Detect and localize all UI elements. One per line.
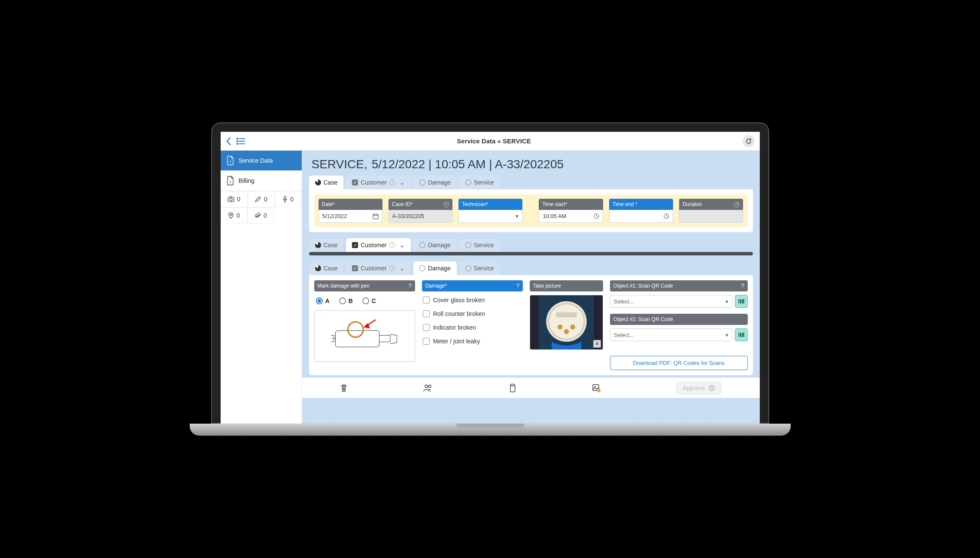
trash-icon: [340, 384, 348, 392]
help-icon[interactable]: ?: [443, 202, 449, 207]
tab-service[interactable]: Service: [459, 238, 500, 252]
share-users-button[interactable]: [423, 384, 433, 392]
help-icon[interactable]: ?: [734, 202, 740, 207]
counter-camera[interactable]: 0: [221, 191, 248, 207]
svg-point-43: [428, 385, 431, 388]
delete-button[interactable]: [340, 384, 348, 392]
help-icon[interactable]: ?: [741, 283, 744, 289]
approve-button[interactable]: Approve: [676, 382, 722, 394]
tabrow-customer: Case ✓Customer?⌄ Damage Service: [302, 238, 760, 252]
svg-rect-44: [510, 386, 515, 392]
counter-pen[interactable]: 0: [248, 191, 275, 207]
check-icon: ✓: [352, 179, 358, 185]
check-roll-counter[interactable]: Roll counter broken: [422, 309, 523, 319]
check-cover-glass[interactable]: Cover glass broken: [422, 295, 523, 305]
counter-clip[interactable]: 0: [247, 207, 274, 224]
chevron-down-icon: ▾: [725, 298, 728, 305]
pie-icon: [315, 242, 321, 248]
time-end-input[interactable]: [609, 210, 673, 223]
qr2-header: Object #2: Scan QR Code: [610, 314, 748, 325]
remove-photo-button[interactable]: ✕: [593, 340, 601, 348]
counter-mic[interactable]: 0: [275, 191, 302, 207]
help-icon[interactable]: ?: [516, 283, 519, 289]
svg-point-9: [230, 198, 232, 201]
document-icon: 1: [227, 176, 234, 185]
tab-damage[interactable]: Damage: [413, 176, 457, 189]
sidebar-counters-row2: 0 0: [221, 207, 275, 224]
svg-rect-12: [373, 214, 378, 219]
case-id-input: A-33/202205: [388, 210, 452, 223]
refresh-button[interactable]: [743, 135, 755, 147]
qr1-scan-button[interactable]: [735, 295, 748, 308]
qr2-scan-button[interactable]: [735, 328, 748, 341]
chevron-down-icon: ▾: [725, 332, 728, 338]
radio-b[interactable]: B: [339, 297, 353, 304]
tab-customer[interactable]: ✓Customer?⌄: [346, 261, 411, 275]
take-picture-header: Take picture: [530, 280, 603, 291]
radio-icon: [419, 265, 425, 271]
svg-point-22: [348, 322, 363, 337]
svg-rect-10: [284, 196, 286, 200]
check-icon: ✓: [352, 242, 358, 248]
chevron-down-icon: ⌄: [400, 242, 405, 249]
pie-icon: [315, 179, 321, 185]
image-alert-button[interactable]: [592, 384, 601, 392]
page-breadcrumb: Service Data « SERVICE: [250, 137, 738, 145]
horizontal-scrollbar[interactable]: [309, 252, 753, 255]
radio-icon: [419, 179, 425, 185]
tab-service[interactable]: Service: [459, 261, 500, 275]
tab-case[interactable]: Case: [309, 261, 344, 275]
download-pdf-button[interactable]: Download PDF: QR Codes for Scans: [610, 356, 748, 370]
sidebar-item-billing[interactable]: 1 Billing: [221, 171, 302, 191]
list-icon[interactable]: [236, 137, 246, 145]
qr2-select[interactable]: Select...▾: [610, 328, 732, 341]
check-meter-leaky[interactable]: Meter / joint leaky: [422, 336, 523, 346]
back-icon[interactable]: [226, 137, 232, 146]
tab-damage[interactable]: Damage: [413, 261, 457, 275]
svg-rect-18: [335, 331, 379, 347]
camera-icon: [228, 196, 234, 202]
time-start-input[interactable]: 10:05 AM: [539, 210, 603, 223]
help-icon[interactable]: ?: [409, 283, 412, 289]
svg-point-47: [597, 389, 601, 392]
tab-case[interactable]: Case: [309, 238, 344, 252]
copy-button[interactable]: [508, 384, 516, 392]
svg-text:1: 1: [229, 180, 231, 184]
tab-case[interactable]: Case: [309, 176, 344, 189]
paperclip-icon: [255, 212, 261, 219]
check-circle-icon: [708, 385, 715, 391]
radio-icon: [419, 242, 425, 248]
calendar-icon: [373, 213, 379, 219]
image-alert-icon: [592, 384, 601, 392]
users-icon: [423, 384, 433, 392]
radio-a[interactable]: A: [316, 297, 330, 304]
tab-service[interactable]: Service: [459, 176, 500, 189]
pie-icon: [315, 265, 321, 271]
radio-c[interactable]: C: [362, 297, 376, 304]
sidebar-item-service-data[interactable]: 4 Service Data: [221, 151, 302, 171]
tab-customer[interactable]: ✓Customer?⌄: [346, 238, 411, 252]
counter-pin[interactable]: 0: [221, 207, 248, 224]
damage-panel: Mark damage with pen? A B C: [309, 275, 753, 375]
svg-point-42: [425, 385, 428, 388]
tab-damage[interactable]: Damage: [413, 238, 457, 252]
tabrow-case: Case ✓Customer?⌄ Damage Service: [302, 176, 760, 189]
document-icon: 4: [227, 156, 234, 165]
qr1-header: Object #1: Scan QR Code?: [610, 280, 748, 291]
chevron-down-icon: ⌄: [400, 179, 405, 186]
technician-select[interactable]: ▾: [458, 210, 522, 223]
chevron-down-icon: ⌄: [400, 265, 405, 272]
page-title: SERVICE, 5/12/2022 | 10:05 AM | A-33/202…: [302, 151, 760, 176]
clock-icon: [594, 213, 599, 219]
damage-drawing-area[interactable]: [314, 310, 415, 362]
svg-point-4: [237, 140, 238, 142]
date-input[interactable]: 5/12/2022: [319, 210, 382, 223]
damage-photo[interactable]: ✕: [530, 295, 603, 350]
field-time-start: Time start* 10:05 AM: [539, 199, 603, 223]
svg-rect-26: [556, 312, 577, 317]
check-indicator[interactable]: Indicator broken: [422, 322, 523, 333]
field-date: Date* 5/12/2022: [319, 199, 382, 223]
qr1-select[interactable]: Select...▾: [610, 295, 732, 308]
tab-customer[interactable]: ✓Customer?⌄: [346, 176, 411, 189]
pin-icon: [228, 212, 234, 219]
